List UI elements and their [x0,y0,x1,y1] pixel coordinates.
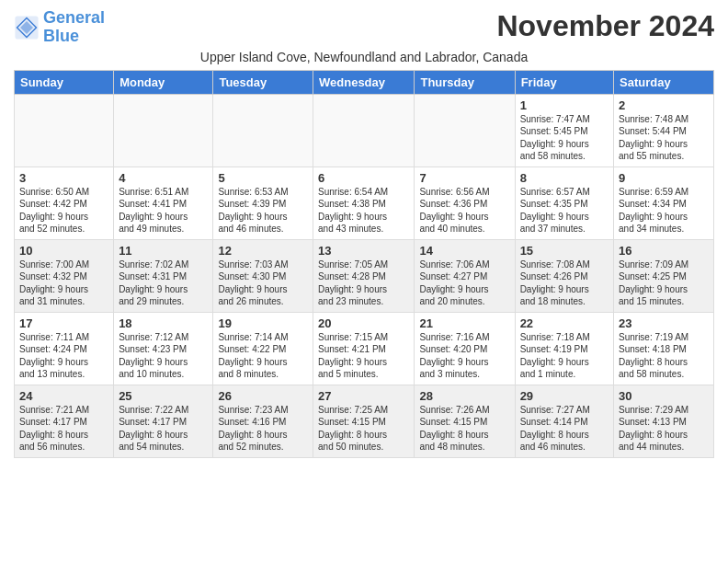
day-info: Sunrise: 7:48 AM Sunset: 5:44 PM Dayligh… [619,113,709,163]
day-number: 5 [218,171,308,185]
calendar-cell: 2Sunrise: 7:48 AM Sunset: 5:44 PM Daylig… [614,94,714,167]
day-number: 6 [318,171,409,185]
day-info: Sunrise: 7:22 AM Sunset: 4:17 PM Dayligh… [119,404,208,454]
day-number: 18 [119,316,208,330]
day-number: 25 [119,389,208,403]
calendar-cell: 26Sunrise: 7:23 AM Sunset: 4:16 PM Dayli… [213,385,313,457]
day-info: Sunrise: 7:29 AM Sunset: 4:13 PM Dayligh… [619,404,709,454]
day-number: 23 [619,316,709,330]
calendar-cell [114,94,213,167]
day-info: Sunrise: 7:21 AM Sunset: 4:17 PM Dayligh… [19,404,108,454]
day-number: 9 [619,171,709,185]
day-info: Sunrise: 7:23 AM Sunset: 4:16 PM Dayligh… [218,404,308,454]
calendar-cell: 15Sunrise: 7:08 AM Sunset: 4:26 PM Dayli… [515,239,613,312]
calendar-cell: 29Sunrise: 7:27 AM Sunset: 4:14 PM Dayli… [515,385,613,457]
calendar-cell: 19Sunrise: 7:14 AM Sunset: 4:22 PM Dayli… [213,312,313,385]
day-number: 20 [318,316,409,330]
header: General Blue November 2024 [14,9,714,46]
day-number: 7 [419,171,509,185]
day-info: Sunrise: 7:05 AM Sunset: 4:28 PM Dayligh… [318,259,409,308]
calendar-cell: 5Sunrise: 6:53 AM Sunset: 4:39 PM Daylig… [213,167,313,239]
day-info: Sunrise: 7:09 AM Sunset: 4:25 PM Dayligh… [619,259,709,308]
day-info: Sunrise: 7:19 AM Sunset: 4:18 PM Dayligh… [619,331,709,381]
day-info: Sunrise: 7:47 AM Sunset: 5:45 PM Dayligh… [520,113,609,163]
day-number: 27 [318,389,409,403]
subtitle: Upper Island Cove, Newfoundland and Labr… [14,50,714,64]
day-number: 4 [119,171,208,185]
calendar-cell: 4Sunrise: 6:51 AM Sunset: 4:41 PM Daylig… [114,167,213,239]
day-info: Sunrise: 6:50 AM Sunset: 4:42 PM Dayligh… [19,186,108,236]
day-info: Sunrise: 7:15 AM Sunset: 4:21 PM Dayligh… [318,331,409,381]
day-info: Sunrise: 7:03 AM Sunset: 4:30 PM Dayligh… [218,259,308,308]
day-number: 28 [419,389,509,403]
day-info: Sunrise: 7:16 AM Sunset: 4:20 PM Dayligh… [419,331,509,381]
page-container: General Blue November 2024 Upper Island … [0,0,728,467]
day-info: Sunrise: 7:26 AM Sunset: 4:15 PM Dayligh… [419,404,509,454]
col-header-friday: Friday [515,70,613,94]
day-info: Sunrise: 6:54 AM Sunset: 4:38 PM Dayligh… [318,186,409,236]
day-info: Sunrise: 6:56 AM Sunset: 4:36 PM Dayligh… [419,186,509,236]
calendar-cell: 17Sunrise: 7:11 AM Sunset: 4:24 PM Dayli… [15,312,114,385]
calendar-cell: 18Sunrise: 7:12 AM Sunset: 4:23 PM Dayli… [114,312,213,385]
day-info: Sunrise: 7:11 AM Sunset: 4:24 PM Dayligh… [19,331,108,381]
day-number: 16 [619,244,709,258]
calendar-week-1: 1Sunrise: 7:47 AM Sunset: 5:45 PM Daylig… [15,94,714,167]
calendar-cell: 23Sunrise: 7:19 AM Sunset: 4:18 PM Dayli… [614,312,714,385]
day-number: 26 [218,389,308,403]
logo-icon [14,15,40,40]
calendar-cell: 8Sunrise: 6:57 AM Sunset: 4:35 PM Daylig… [515,167,613,239]
day-info: Sunrise: 7:14 AM Sunset: 4:22 PM Dayligh… [218,331,308,381]
col-header-thursday: Thursday [415,70,515,94]
logo-text: General Blue [43,9,105,46]
calendar-cell: 13Sunrise: 7:05 AM Sunset: 4:28 PM Dayli… [313,239,415,312]
calendar-cell [15,94,114,167]
logo-line2: Blue [43,27,79,45]
calendar-cell [415,94,515,167]
calendar-cell [313,94,415,167]
calendar-cell: 27Sunrise: 7:25 AM Sunset: 4:15 PM Dayli… [313,385,415,457]
col-header-wednesday: Wednesday [313,70,415,94]
day-number: 19 [218,316,308,330]
logo-line1: General [43,8,105,27]
day-number: 30 [619,389,709,403]
day-number: 11 [119,244,208,258]
calendar: SundayMondayTuesdayWednesdayThursdayFrid… [14,70,714,458]
calendar-cell: 24Sunrise: 7:21 AM Sunset: 4:17 PM Dayli… [15,385,114,457]
day-info: Sunrise: 7:25 AM Sunset: 4:15 PM Dayligh… [318,404,409,454]
day-number: 3 [19,171,108,185]
calendar-cell: 1Sunrise: 7:47 AM Sunset: 5:45 PM Daylig… [515,94,613,167]
calendar-cell: 30Sunrise: 7:29 AM Sunset: 4:13 PM Dayli… [614,385,714,457]
calendar-cell: 20Sunrise: 7:15 AM Sunset: 4:21 PM Dayli… [313,312,415,385]
calendar-cell: 22Sunrise: 7:18 AM Sunset: 4:19 PM Dayli… [515,312,613,385]
day-info: Sunrise: 7:00 AM Sunset: 4:32 PM Dayligh… [19,259,108,308]
day-number: 17 [19,316,108,330]
day-number: 8 [520,171,609,185]
calendar-week-3: 10Sunrise: 7:00 AM Sunset: 4:32 PM Dayli… [15,239,714,312]
calendar-cell: 21Sunrise: 7:16 AM Sunset: 4:20 PM Dayli… [415,312,515,385]
day-info: Sunrise: 7:06 AM Sunset: 4:27 PM Dayligh… [419,259,509,308]
day-number: 24 [19,389,108,403]
day-number: 29 [520,389,609,403]
day-number: 21 [419,316,509,330]
calendar-cell: 7Sunrise: 6:56 AM Sunset: 4:36 PM Daylig… [415,167,515,239]
day-info: Sunrise: 6:51 AM Sunset: 4:41 PM Dayligh… [119,186,208,236]
calendar-body: 1Sunrise: 7:47 AM Sunset: 5:45 PM Daylig… [15,94,714,457]
calendar-cell: 12Sunrise: 7:03 AM Sunset: 4:30 PM Dayli… [213,239,313,312]
day-number: 14 [419,244,509,258]
day-info: Sunrise: 6:59 AM Sunset: 4:34 PM Dayligh… [619,186,709,236]
month-title: November 2024 [496,9,714,43]
calendar-header-row: SundayMondayTuesdayWednesdayThursdayFrid… [15,70,714,94]
day-info: Sunrise: 6:53 AM Sunset: 4:39 PM Dayligh… [218,186,308,236]
day-info: Sunrise: 7:08 AM Sunset: 4:26 PM Dayligh… [520,259,609,308]
day-number: 2 [619,98,709,112]
col-header-sunday: Sunday [15,70,114,94]
col-header-tuesday: Tuesday [213,70,313,94]
calendar-cell [213,94,313,167]
calendar-cell: 6Sunrise: 6:54 AM Sunset: 4:38 PM Daylig… [313,167,415,239]
day-info: Sunrise: 7:02 AM Sunset: 4:31 PM Dayligh… [119,259,208,308]
day-number: 12 [218,244,308,258]
day-number: 1 [520,98,609,112]
col-header-monday: Monday [114,70,213,94]
calendar-week-5: 24Sunrise: 7:21 AM Sunset: 4:17 PM Dayli… [15,385,714,457]
logo: General Blue [14,9,105,46]
